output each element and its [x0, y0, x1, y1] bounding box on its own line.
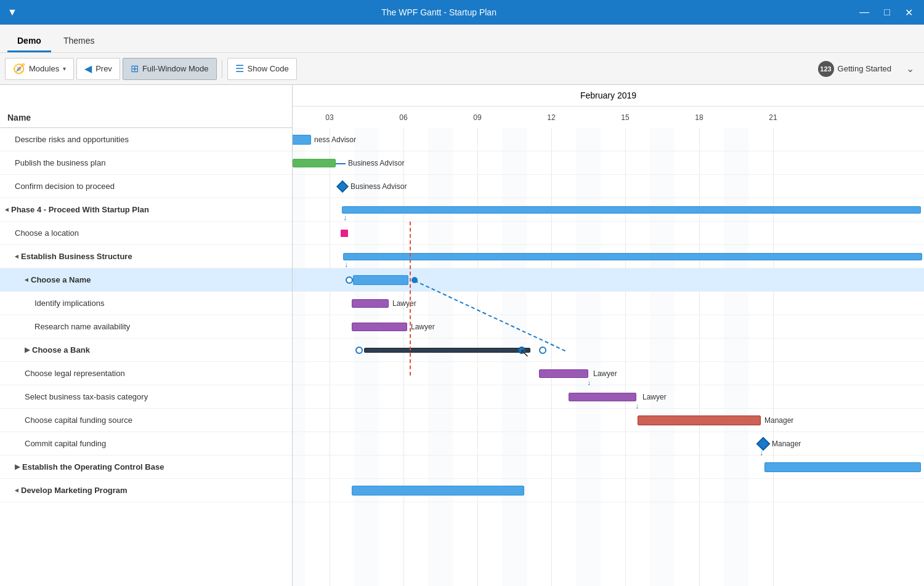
gantt-row-14: ↓ Manager: [293, 432, 924, 456]
task-row-choose-name: ◂ Choose a Name: [0, 268, 292, 292]
connect-h: [336, 163, 346, 164]
app-icon: ▼: [7, 7, 17, 18]
day-label-03: 03: [325, 113, 333, 122]
gantt-bar-capital: [638, 415, 761, 425]
task-row: Identify implications: [0, 292, 292, 315]
gantt-row-2: Business Advisor: [293, 151, 924, 175]
task-row: Choose capital funding source: [0, 409, 292, 432]
task-panel: Name Describe risks and opportunities Pu…: [0, 85, 293, 586]
window-title: The WPF Gantt - Startup Plan: [22, 7, 856, 17]
full-window-button[interactable]: ⊞ Full-Window Mode: [123, 58, 217, 80]
gantt-row-10: ↖: [293, 339, 924, 362]
gantt-row-12: ↓ Lawyer: [293, 385, 924, 409]
tab-themes[interactable]: Themes: [54, 31, 105, 52]
maximize-button[interactable]: □: [880, 6, 894, 20]
gantt-bar-location: [341, 230, 348, 237]
expand-toolbar-button[interactable]: ⌄: [901, 60, 919, 77]
gantt-row-1: ness Advisor: [293, 128, 924, 151]
gantt-row-6: ↓: [293, 245, 924, 268]
gantt-bar-publish: [293, 159, 336, 167]
task-row: Research name availability: [0, 315, 292, 339]
gantt-circle-left: [346, 276, 353, 284]
prev-button[interactable]: ◀ Prev: [76, 58, 120, 80]
gantt-label-lawyer-2: Lawyer: [411, 323, 435, 331]
gantt-bar-establish-op: [764, 462, 921, 472]
gantt-label-lawyer-1: Lawyer: [392, 299, 416, 308]
gantt-bar-tax: [569, 393, 636, 401]
gantt-circle-bank-right: [539, 347, 546, 354]
title-bar: ▼ The WPF Gantt - Startup Plan — □ ✕: [0, 0, 924, 25]
gantt-header: February 2019 03 06 09 12 15 18 21: [293, 85, 924, 128]
day-label-09: 09: [473, 113, 481, 122]
phase4-arrow: ↓: [343, 214, 347, 222]
gantt-label-business-advisor-3: Business Advisor: [351, 182, 407, 191]
gantt-row-8: Lawyer: [293, 292, 924, 315]
gantt-bar-phase4: [342, 206, 921, 214]
gantt-bar-establish-biz: [343, 253, 922, 260]
gantt-body: ness Advisor Business Advisor Business A…: [293, 128, 924, 586]
expand-icon: ▶: [25, 346, 30, 354]
gantt-bar-bank: [364, 348, 530, 353]
day-label-18: 18: [695, 113, 703, 122]
gantt-row-5: [293, 222, 924, 245]
minimize-button[interactable]: —: [856, 6, 873, 20]
gantt-row-3: Business Advisor: [293, 175, 924, 198]
show-code-button[interactable]: ☰ Show Code: [227, 58, 297, 80]
close-button[interactable]: ✕: [901, 6, 917, 20]
gantt-bar-business-advisor-1: [293, 135, 311, 145]
red-dashed-line: [410, 222, 411, 375]
tab-demo[interactable]: Demo: [7, 31, 51, 52]
compass-icon: 🧭: [13, 63, 25, 74]
day-label-21: 21: [769, 113, 777, 122]
gantt-label-manager-1: Manager: [764, 416, 793, 425]
dropdown-arrow-icon: ▾: [63, 65, 66, 72]
getting-started-icon: 123: [818, 61, 834, 77]
main-content: Name Describe risks and opportunities Pu…: [0, 85, 924, 586]
task-row-choose-bank: ▶ Choose a Bank: [0, 339, 292, 362]
day-label-12: 12: [547, 113, 555, 122]
gantt-label-manager-2: Manager: [772, 440, 801, 448]
gantt-bar-research: [352, 323, 407, 331]
collapse-icon: ◂: [5, 206, 9, 214]
gantt-row-15: [293, 456, 924, 479]
toolbar-right: 123 Getting Started ⌄: [811, 58, 919, 80]
tab-bar: Demo Themes: [0, 25, 924, 53]
task-row: Choose a location: [0, 222, 292, 245]
gantt-row-11: ↓ Lawyer: [293, 362, 924, 385]
task-row: Select business tax-basis category: [0, 385, 292, 409]
gantt-milestone: [336, 180, 349, 193]
collapse-icon: ◂: [25, 276, 28, 284]
gantt-row-16: [293, 479, 924, 502]
gantt-label-1: ness Advisor: [314, 135, 356, 144]
task-row-establish-op: ▶ Establish the Operating Control Base: [0, 456, 292, 479]
toolbar: 🧭 Modules ▾ ◀ Prev ⊞ Full-Window Mode ☰ …: [0, 53, 924, 85]
gantt-bar-identify: [352, 299, 389, 308]
gantt-label-lawyer-4: Lawyer: [642, 393, 667, 401]
gantt-row-4: ↓: [293, 198, 924, 222]
cursor-icon: ↖: [519, 345, 530, 360]
task-row: Describe risks and opportunities: [0, 128, 292, 151]
task-row-marketing: ◂ Develop Marketing Program: [0, 479, 292, 502]
day-label-15: 15: [621, 113, 629, 122]
task-row: Confirm decision to proceed: [0, 175, 292, 198]
gantt-row-9: Lawyer: [293, 315, 924, 339]
gantt-diamond-commit: [756, 436, 771, 451]
task-row: Commit capital funding: [0, 432, 292, 456]
collapse-icon: ◂: [15, 486, 18, 494]
window-controls: — □ ✕: [856, 6, 917, 20]
fullwindow-icon: ⊞: [131, 63, 139, 74]
code-icon: ☰: [235, 63, 244, 74]
modules-button[interactable]: 🧭 Modules ▾: [5, 58, 74, 80]
gantt-panel: February 2019 03 06 09 12 15 18 21: [293, 85, 924, 586]
gantt-row-13: Manager: [293, 409, 924, 432]
expand-icon: ▶: [15, 463, 20, 471]
gantt-days-row: 03 06 09 12 15 18 21: [293, 106, 924, 128]
task-row: Publish the business plan: [0, 151, 292, 175]
toolbar-separator: [222, 60, 222, 78]
gantt-bar-marketing: [352, 486, 524, 496]
getting-started-button[interactable]: 123 Getting Started: [811, 58, 899, 80]
task-row: Choose legal representation: [0, 362, 292, 385]
collapse-icon: ◂: [15, 252, 18, 260]
establish-biz-arrow: ↓: [344, 260, 348, 269]
gantt-label-lawyer-3: Lawyer: [593, 369, 617, 378]
